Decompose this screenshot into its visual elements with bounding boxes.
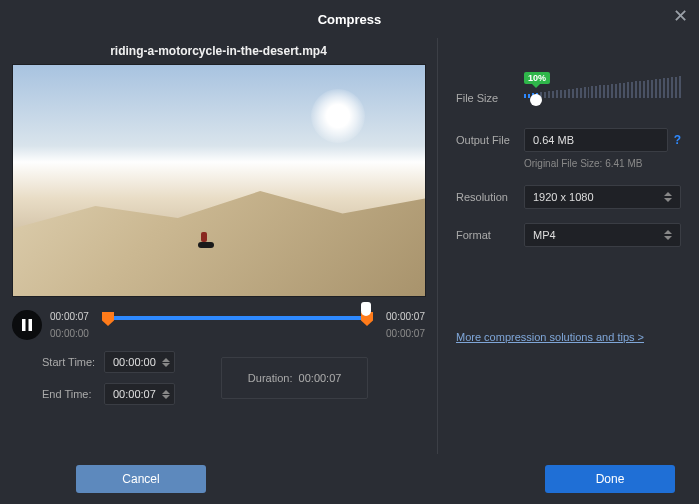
start-marker-time: 00:00:00 bbox=[50, 328, 106, 339]
stepper-arrows[interactable] bbox=[162, 358, 170, 367]
resolution-select[interactable]: 1920 x 1080 bbox=[524, 185, 681, 209]
main-content: riding-a-motorcycle-in-the-desert.mp4 00… bbox=[0, 38, 699, 454]
format-label: Format bbox=[456, 229, 524, 241]
close-icon[interactable]: ✕ bbox=[673, 8, 689, 24]
playhead[interactable] bbox=[361, 302, 371, 316]
title-bar: Compress ✕ bbox=[0, 0, 699, 38]
done-button[interactable]: Done bbox=[545, 465, 675, 493]
output-file-value: 0.64 MB bbox=[533, 134, 574, 146]
file-size-label: File Size bbox=[456, 92, 524, 108]
playbar-left-times: 00:00:07 00:00:00 bbox=[50, 311, 106, 339]
more-solutions-link[interactable]: More compression solutions and tips > bbox=[456, 331, 644, 343]
current-time: 00:00:07 bbox=[50, 311, 106, 322]
sun-graphic bbox=[311, 89, 365, 143]
pause-button[interactable] bbox=[12, 310, 42, 340]
stepper-arrows[interactable] bbox=[162, 390, 170, 399]
total-time: 00:00:07 bbox=[369, 328, 425, 339]
end-time-label: End Time: bbox=[42, 388, 104, 400]
player-bar: 00:00:07 00:00:00 00:00:07 00:00:07 bbox=[12, 305, 425, 345]
end-time-stepper[interactable]: 00:00:07 bbox=[104, 383, 175, 405]
filename-label: riding-a-motorcycle-in-the-desert.mp4 bbox=[12, 44, 425, 58]
start-time-label: Start Time: bbox=[42, 356, 104, 368]
start-time-field: Start Time: 00:00:00 bbox=[42, 351, 175, 373]
duration-value: 00:00:07 bbox=[299, 372, 342, 384]
rider-graphic bbox=[198, 230, 218, 250]
end-time-value: 00:00:07 bbox=[113, 388, 156, 400]
format-select[interactable]: MP4 bbox=[524, 223, 681, 247]
file-size-slider[interactable]: 10% bbox=[524, 74, 681, 108]
end-time-field: End Time: 00:00:07 bbox=[42, 383, 175, 405]
footer: Cancel Done bbox=[0, 454, 699, 504]
start-time-value: 00:00:00 bbox=[113, 356, 156, 368]
video-preview[interactable] bbox=[12, 64, 426, 297]
output-file-label: Output File bbox=[456, 134, 524, 146]
resolution-row: Resolution 1920 x 1080 bbox=[456, 185, 681, 209]
select-chevron-icon bbox=[664, 230, 672, 240]
duration-label: Duration: bbox=[248, 372, 293, 384]
format-row: Format MP4 bbox=[456, 223, 681, 247]
chevron-up-icon[interactable] bbox=[162, 358, 170, 362]
chevron-down-icon[interactable] bbox=[162, 395, 170, 399]
dune-graphic bbox=[13, 146, 425, 296]
resolution-value: 1920 x 1080 bbox=[533, 191, 594, 203]
svg-rect-1 bbox=[29, 319, 33, 331]
left-panel: riding-a-motorcycle-in-the-desert.mp4 00… bbox=[0, 38, 438, 454]
resolution-label: Resolution bbox=[456, 191, 524, 203]
more-link-row: More compression solutions and tips > bbox=[456, 331, 681, 343]
original-size-label: Original File Size: 6.41 MB bbox=[524, 158, 681, 169]
format-value: MP4 bbox=[533, 229, 556, 241]
output-file-input[interactable]: 0.64 MB bbox=[524, 128, 668, 152]
track-fill bbox=[106, 316, 369, 320]
help-icon[interactable]: ? bbox=[674, 133, 681, 147]
chevron-up-icon[interactable] bbox=[162, 390, 170, 394]
slider-bars bbox=[524, 76, 681, 98]
svg-rect-0 bbox=[22, 319, 26, 331]
start-time-stepper[interactable]: 00:00:00 bbox=[104, 351, 175, 373]
right-panel: File Size 10% Output File 0.64 MB ? Orig… bbox=[438, 38, 699, 454]
end-marker-time: 00:00:07 bbox=[369, 311, 425, 322]
time-controls: Start Time: 00:00:00 End Time: 00:00:07 bbox=[12, 351, 425, 405]
slider-thumb[interactable] bbox=[530, 94, 542, 106]
chevron-down-icon[interactable] bbox=[162, 363, 170, 367]
file-size-row: File Size 10% bbox=[456, 74, 681, 108]
duration-display: Duration: 00:00:07 bbox=[221, 357, 369, 399]
pause-icon bbox=[21, 319, 33, 331]
seek-track[interactable] bbox=[106, 310, 369, 340]
cancel-button[interactable]: Cancel bbox=[76, 465, 206, 493]
playbar-right-times: 00:00:07 00:00:07 bbox=[369, 311, 425, 339]
select-chevron-icon bbox=[664, 192, 672, 202]
dialog-title: Compress bbox=[318, 12, 382, 27]
output-file-row: Output File 0.64 MB ? bbox=[456, 128, 681, 152]
